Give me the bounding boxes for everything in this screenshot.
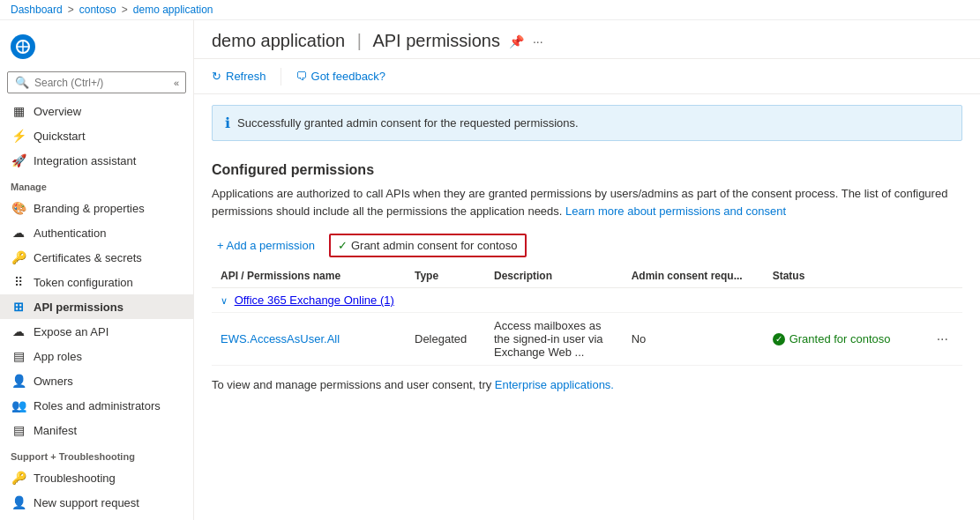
info-icon: ℹ [225,115,230,131]
permissions-table-container: API / Permissions name Type Description … [194,263,980,366]
status-check-icon: ✓ [773,333,785,345]
sidebar-item-label: Roles and administrators [34,399,161,412]
column-header-status: Status [764,263,923,288]
sidebar-item-new-support[interactable]: 👤 New support request [0,490,193,515]
sidebar-item-authentication[interactable]: ☁ Authentication [0,220,193,245]
sidebar-item-overview[interactable]: ▦ Overview [0,99,193,123]
sidebar-item-token[interactable]: ⠿ Token configuration [0,270,193,294]
breadcrumb-dashboard[interactable]: Dashboard [11,4,63,16]
sidebar-item-quickstart[interactable]: ⚡ Quickstart [0,123,193,148]
branding-icon: 🎨 [11,201,26,215]
sidebar-item-label: Expose an API [34,325,108,338]
sidebar-item-app-roles[interactable]: ▤ App roles [0,344,193,368]
section-description: Applications are authorized to call APIs… [194,182,980,228]
integration-icon: 🚀 [11,153,26,167]
nav-support: 🔑 Troubleshooting 👤 New support request [0,465,193,515]
column-header-admin: Admin consent requ... [623,263,764,288]
column-header-description: Description [485,263,623,288]
main-content: demo application | API permissions 📌 ···… [194,20,980,520]
row-more-button[interactable]: ··· [931,330,954,349]
sidebar-item-label: Authentication [34,227,106,240]
manage-section-label: Manage [0,173,193,196]
nav-main: ▦ Overview ⚡ Quickstart 🚀 Integration as… [0,99,193,173]
column-header-name: API / Permissions name [212,263,406,288]
sidebar-item-owners[interactable]: 👤 Owners [0,368,193,393]
permissions-table: API / Permissions name Type Description … [212,263,962,366]
column-header-type: Type [406,263,485,288]
permission-desc-cell: Access mailboxes as the signed-in user v… [485,313,623,366]
app-logo [11,34,35,59]
content-header: demo application | API permissions 📌 ··· [194,20,980,59]
sidebar-item-label: Quickstart [34,130,86,143]
owners-icon: 👤 [11,374,26,388]
overview-icon: ▦ [11,104,26,118]
token-icon: ⠿ [11,275,26,289]
sidebar-item-branding[interactable]: 🎨 Branding & properties [0,196,193,220]
certificates-icon: 🔑 [11,250,26,264]
sidebar-item-expose-api[interactable]: ☁ Expose an API [0,319,193,344]
expand-icon: ∨ [221,295,228,306]
learn-more-link[interactable]: Learn more about permissions and consent [565,204,786,218]
feedback-button[interactable]: 🗨 Got feedback? [295,66,386,86]
sidebar-item-label: Troubleshooting [34,472,116,485]
check-icon: ✓ [338,239,348,252]
permission-link[interactable]: EWS.AccessAsUser.All [221,332,340,345]
sidebar-item-label: Token configuration [34,276,133,289]
sidebar-item-label: Integration assistant [34,154,136,167]
page-title: demo application | API permissions [212,31,500,51]
collapse-button[interactable]: « [172,78,181,88]
permission-type-cell: Delegated [406,313,485,366]
sidebar-item-api-permissions[interactable]: ⊞ API permissions [0,294,193,319]
manifest-icon: ▤ [11,423,26,437]
sidebar-item-roles-admins[interactable]: 👥 Roles and administrators [0,393,193,418]
table-row: EWS.AccessAsUser.All Delegated Access ma… [212,313,962,366]
sidebar-item-label: Certificates & secrets [34,251,142,264]
quickstart-icon: ⚡ [11,129,26,143]
troubleshooting-icon: 🔑 [11,471,26,485]
breadcrumb: Dashboard > contoso > demo application [0,0,980,20]
permission-admin-cell: No [623,313,764,366]
sidebar: 🔍 « ▦ Overview ⚡ Quickstart 🚀 Integratio… [0,20,194,520]
sidebar-item-label: API permissions [34,301,123,314]
search-icon: 🔍 [15,76,29,89]
sidebar-item-troubleshooting[interactable]: 🔑 Troubleshooting [0,465,193,490]
pin-icon[interactable]: 📌 [509,34,524,48]
nav-manage: 🎨 Branding & properties ☁ Authentication… [0,196,193,442]
permissions-toolbar: + Add a permission ✓ Grant admin consent… [194,228,980,263]
api-permissions-icon: ⊞ [11,300,26,314]
support-icon: 👤 [11,495,26,509]
sidebar-item-certificates[interactable]: 🔑 Certificates & secrets [0,245,193,270]
sidebar-header [0,27,193,66]
content-toolbar: ↻ Refresh 🗨 Got feedback? [194,59,980,94]
enterprise-apps-link[interactable]: Enterprise applications. [495,378,614,391]
more-options-icon[interactable]: ··· [533,34,543,48]
grant-consent-button[interactable]: ✓ Grant admin consent for contoso [329,234,527,257]
breadcrumb-app[interactable]: demo application [133,4,213,16]
toolbar-divider [281,68,281,85]
breadcrumb-contoso[interactable]: contoso [79,4,116,16]
success-banner: ℹ Successfully granted admin consent for… [212,105,962,141]
feedback-icon: 🗨 [295,70,307,83]
search-input[interactable] [34,77,167,89]
permission-actions-cell: ··· [923,313,962,366]
permission-status-cell: ✓ Granted for contoso [764,313,923,366]
permission-name-cell: EWS.AccessAsUser.All [212,313,406,366]
sidebar-item-label: App roles [34,350,82,363]
table-group-row[interactable]: ∨ Office 365 Exchange Online (1) [212,288,962,313]
app-roles-icon: ▤ [11,349,26,363]
sidebar-item-label: Overview [34,105,81,118]
section-title: Configured permissions [194,152,980,182]
status-granted: ✓ Granted for contoso [773,332,914,345]
sidebar-item-label: Owners [34,375,73,388]
group-link[interactable]: Office 365 Exchange Online (1) [235,293,394,307]
sidebar-item-label: New support request [34,496,139,509]
sidebar-item-label: Manifest [34,424,77,437]
sidebar-item-integration[interactable]: 🚀 Integration assistant [0,148,193,173]
sidebar-item-label: Branding & properties [34,202,145,215]
search-box[interactable]: 🔍 « [7,71,186,93]
add-permission-button[interactable]: + Add a permission [212,235,320,256]
refresh-button[interactable]: ↻ Refresh [212,66,266,86]
roles-icon: 👥 [11,398,26,412]
authentication-icon: ☁ [11,226,26,240]
sidebar-item-manifest[interactable]: ▤ Manifest [0,418,193,442]
